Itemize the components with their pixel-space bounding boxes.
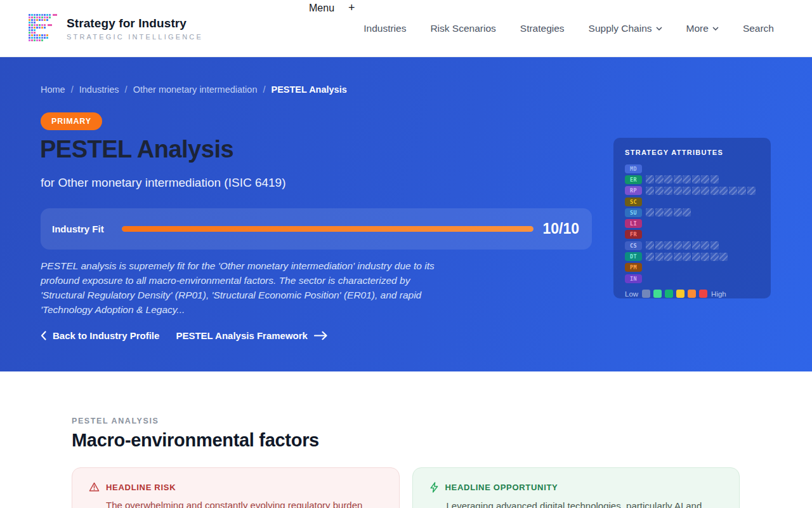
strategy-row-cs: CS <box>625 240 759 251</box>
attribute-bars <box>646 241 719 250</box>
hero-section: Home / Industries / Other monetary inter… <box>0 57 812 371</box>
legend-high-label: High <box>711 290 726 298</box>
bar-segment <box>683 208 691 217</box>
chevron-down-icon <box>712 27 719 30</box>
legend-color-swatch <box>642 290 650 298</box>
breadcrumb-separator: / <box>263 84 265 95</box>
bar-segment <box>692 175 700 184</box>
brand[interactable]: Strategy for Industry STRATEGIC INTELLIG… <box>29 14 203 43</box>
back-link-label: Back to Industry Profile <box>53 330 159 341</box>
brand-text: Strategy for Industry STRATEGIC INTELLIG… <box>67 17 203 41</box>
framework-link[interactable]: PESTEL Analysis Framework <box>176 330 328 341</box>
strategy-legend: Low High <box>625 290 759 298</box>
page-subtitle: for Other monetary intermediation (ISIC … <box>41 176 286 190</box>
nav-label: Search <box>743 23 774 34</box>
strategy-row-dt: DT <box>625 251 759 262</box>
attribute-tag[interactable]: PM <box>625 263 642 272</box>
bar-segment <box>701 187 709 195</box>
strategy-row-md: MD <box>625 163 759 174</box>
bar-segment <box>655 241 664 250</box>
attribute-tag[interactable]: RP <box>625 186 642 195</box>
breadcrumb: Home / Industries / Other monetary inter… <box>41 84 347 95</box>
legend-low-label: Low <box>625 290 638 298</box>
nav-item-risk-scenarios[interactable]: Risk Scenarios <box>430 23 495 34</box>
nav-item-search[interactable]: Search <box>743 23 774 34</box>
bar-segment <box>646 175 654 184</box>
plus-icon[interactable]: + <box>348 1 355 15</box>
breadcrumb-home[interactable]: Home <box>41 84 65 95</box>
bar-segment <box>655 175 664 184</box>
nav-item-supply-chains[interactable]: Supply Chains <box>589 23 662 34</box>
bar-segment <box>747 187 756 195</box>
attribute-tag[interactable]: SU <box>625 208 642 217</box>
chevron-down-icon <box>656 27 662 30</box>
risk-card-title: HEADLINE RISK <box>106 483 176 492</box>
bar-segment <box>729 187 737 195</box>
bar-segment <box>692 187 700 195</box>
strategy-row-in: IN <box>625 273 759 284</box>
back-to-industry-link[interactable]: Back to Industry Profile <box>41 330 159 341</box>
nav-item-industries[interactable]: Industries <box>363 23 406 34</box>
bar-segment <box>664 208 672 217</box>
bar-segment <box>646 241 654 250</box>
attribute-tag[interactable]: FR <box>625 230 642 239</box>
bar-segment <box>674 175 682 184</box>
hero-links: Back to Industry Profile PESTEL Analysis… <box>41 330 328 341</box>
industry-fit-card: Industry Fit 10/10 <box>41 208 592 250</box>
legend-color-swatch <box>699 290 707 298</box>
warning-triangle-icon <box>89 482 100 492</box>
strategy-row-su: SU <box>625 207 759 218</box>
bar-segment <box>738 187 746 195</box>
strategy-row-rp: RP <box>625 185 759 196</box>
attribute-bars <box>646 208 692 217</box>
nav-label: Risk Scenarios <box>430 23 495 34</box>
arrow-right-icon <box>314 331 328 340</box>
nav-item-strategies[interactable]: Strategies <box>520 23 565 34</box>
bar-segment <box>701 241 709 250</box>
breadcrumb-industries[interactable]: Industries <box>79 84 119 95</box>
nav-label: Industries <box>363 23 406 34</box>
legend-swatches <box>642 290 707 298</box>
industry-fit-track <box>122 226 534 232</box>
breadcrumb-separator: / <box>125 84 128 95</box>
attribute-bars <box>646 187 756 195</box>
strategy-rows: MDERRPSCSULIFRCSDTPMIN <box>625 163 759 284</box>
page-title: PESTEL Analysis <box>40 136 233 163</box>
menu-toggle[interactable]: Menu + <box>309 1 355 15</box>
opportunity-card-text: Leveraging advanced digital technologies… <box>447 498 723 508</box>
opportunity-card-header: HEADLINE OPPORTUNITY <box>429 482 723 493</box>
menu-label[interactable]: Menu <box>309 3 334 14</box>
nav-label: More <box>686 23 709 34</box>
bar-segment <box>646 253 654 261</box>
industry-fit-score: 10/10 <box>542 220 579 237</box>
breadcrumb-industry[interactable]: Other monetary intermediation <box>133 84 258 95</box>
attribute-tag[interactable]: DT <box>625 252 642 261</box>
section-eyebrow: PESTEL ANALYSIS <box>72 417 812 425</box>
risk-card-text: The overwhelming and constantly evolving… <box>106 498 383 508</box>
bar-segment <box>655 187 664 195</box>
opportunity-card-title: HEADLINE OPPORTUNITY <box>445 483 558 492</box>
strategy-row-er: ER <box>625 174 759 185</box>
brand-logo-icon <box>29 14 59 43</box>
attribute-tag[interactable]: MD <box>625 164 642 173</box>
nav-item-more[interactable]: More <box>686 23 719 34</box>
breadcrumb-separator: / <box>71 84 74 95</box>
legend-color-swatch <box>653 290 662 298</box>
attribute-tag[interactable]: IN <box>625 274 642 283</box>
attribute-tag[interactable]: LI <box>625 219 642 228</box>
bar-segment <box>710 253 719 261</box>
attribute-tag[interactable]: ER <box>625 175 642 184</box>
attribute-tag[interactable]: CS <box>625 241 642 250</box>
strategy-row-sc: SC <box>625 196 759 207</box>
bar-segment <box>683 253 691 261</box>
attribute-tag[interactable]: SC <box>625 197 642 206</box>
headline-opportunity-card: HEADLINE OPPORTUNITY Leveraging advanced… <box>412 467 740 508</box>
brand-title: Strategy for Industry <box>67 17 203 30</box>
bar-segment <box>710 241 719 250</box>
industry-fit-label: Industry Fit <box>52 224 104 234</box>
bar-segment <box>664 187 672 195</box>
bar-segment <box>692 253 700 261</box>
strategy-row-fr: FR <box>625 229 759 240</box>
bar-segment <box>710 187 719 195</box>
framework-link-label: PESTEL Analysis Framework <box>176 330 308 341</box>
